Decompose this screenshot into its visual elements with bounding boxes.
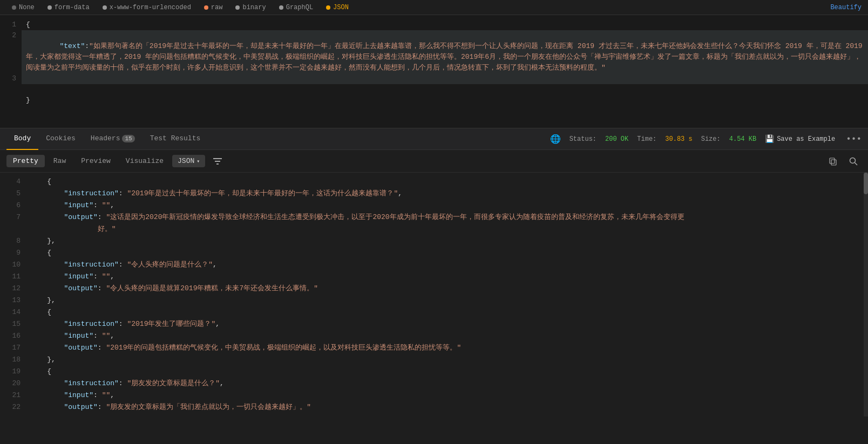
json-line-8: }, <box>26 235 864 247</box>
time-value: 30.83 s <box>665 135 692 143</box>
tab-graphql[interactable]: GraphQL <box>274 3 318 12</box>
json-line-17: "output": "2019年的问题包括糟糕的气候变化，中美贸易战，极端组织的… <box>26 342 864 354</box>
none-dot <box>12 5 16 10</box>
pretty-button[interactable]: Pretty <box>6 155 45 167</box>
json-line-15: "instruction": "2019年发生了哪些问题？", <box>26 318 864 330</box>
globe-icon: 🌐 <box>550 134 561 145</box>
tab-none[interactable]: None <box>6 3 40 12</box>
status-label: Status: <box>569 135 596 143</box>
form-data-dot <box>48 5 52 10</box>
beautify-button[interactable]: Beautify <box>830 4 862 11</box>
json-line-14: { <box>26 306 864 318</box>
preview-line-2: "text":"如果那句著名的「2019年是过去十年最坏的一年，却是未来十年最好… <box>22 30 868 84</box>
format-bar: Pretty Raw Preview Visualize JSON ▾ <box>0 150 868 173</box>
json-line-9: { <box>26 247 864 259</box>
json-line-4: { <box>26 176 864 188</box>
size-label: Size: <box>701 135 721 143</box>
json-line-12: "output": "令人头疼的问题是就算2019年糟糕，未来7年还会发生什么事… <box>26 283 864 295</box>
top-bar: None form-data x-www-form-urlencoded raw… <box>0 0 868 15</box>
json-line-18: }, <box>26 354 864 366</box>
json-line-19: { <box>26 366 864 378</box>
json-line-16: "input": "", <box>26 330 864 342</box>
save-icon: 💾 <box>765 134 774 144</box>
json-viewer-wrap: 4 5 6 7 8 9 10 11 12 13 14 15 16 17 18 <box>0 173 868 444</box>
copy-button[interactable] <box>825 154 841 169</box>
json-line-6: "input": "", <box>26 200 864 211</box>
binary-dot <box>235 5 240 10</box>
svg-point-5 <box>850 158 856 163</box>
copy-icon <box>829 157 837 166</box>
size-value: 4.54 KB <box>729 135 756 143</box>
main-container: None form-data x-www-form-urlencoded raw… <box>0 0 868 444</box>
json-line-7b: 好。" <box>26 223 864 235</box>
json-line-13: }, <box>26 295 864 306</box>
json-line-numbers: 4 5 6 7 8 9 10 11 12 13 14 15 16 17 18 <box>0 173 26 416</box>
tab-test-results[interactable]: Test Results <box>143 128 208 150</box>
preview-line-1: { <box>22 19 868 30</box>
preview-line-numbers: 1 2 3 <box>0 15 22 128</box>
json-line-10: "instruction": "令人头疼的问题是什么？", <box>26 259 864 271</box>
chevron-down-icon: ▾ <box>196 158 200 165</box>
search-icon <box>849 157 858 166</box>
json-viewer: 4 5 6 7 8 9 10 11 12 13 14 15 16 17 18 <box>0 173 868 416</box>
filter-icon <box>213 158 222 165</box>
raw-button[interactable]: Raw <box>47 155 72 167</box>
preview-code: { "text":"如果那句著名的「2019年是过去十年最坏的一年，却是未来十年… <box>22 15 868 128</box>
tab-binary[interactable]: binary <box>230 3 271 12</box>
search-button[interactable] <box>845 154 862 169</box>
bottom-section: Body Cookies Headers 15 Test Results 🌐 S… <box>0 128 868 444</box>
save-as-example-button[interactable]: 💾 Save as Example <box>765 134 835 144</box>
json-line-22: "output": "朋友发的文章标题为「我们差点就以为，一切只会越来越好」。" <box>26 401 864 413</box>
response-tabs: Body Cookies Headers 15 Test Results 🌐 S… <box>0 128 868 150</box>
json-format-select[interactable]: JSON ▾ <box>172 155 205 167</box>
time-label: Time: <box>637 135 656 143</box>
json-line-21: "input": "", <box>26 390 864 401</box>
urlencoded-dot <box>103 5 107 10</box>
tab-raw[interactable]: raw <box>199 3 228 12</box>
tab-urlencoded[interactable]: x-www-form-urlencoded <box>97 3 196 12</box>
json-line-7: "output": "这话是因为2020年新冠疫情的爆发导致全球经济和生活生态遭… <box>26 211 864 223</box>
status-value: 200 OK <box>605 135 628 143</box>
preview-button[interactable]: Preview <box>74 155 117 167</box>
scrollbar-thumb[interactable] <box>864 173 868 194</box>
more-options-button[interactable]: ••• <box>846 134 862 144</box>
tab-form-data[interactable]: form-data <box>42 3 95 12</box>
headers-badge: 15 <box>122 135 134 142</box>
tab-json[interactable]: JSON <box>321 3 354 12</box>
svg-line-6 <box>855 162 858 165</box>
code-preview: 1 2 3 { "text":"如果那句著名的「2019年是过去十年最坏的一年，… <box>0 15 868 128</box>
tab-body[interactable]: Body <box>6 128 38 150</box>
tab-headers[interactable]: Headers 15 <box>83 128 143 150</box>
status-area: 🌐 Status: 200 OK Time: 30.83 s Size: 4.5… <box>550 134 862 145</box>
json-dot <box>326 5 330 10</box>
filter-icon-button[interactable] <box>209 154 226 169</box>
json-line-11: "input": "", <box>26 271 864 283</box>
json-line-20: "instruction": "朋友发的文章标题是什么？", <box>26 378 864 390</box>
tab-cookies[interactable]: Cookies <box>38 128 83 150</box>
visualize-button[interactable]: Visualize <box>119 155 170 167</box>
scrollbar-track[interactable] <box>864 173 868 416</box>
svg-rect-3 <box>831 160 836 165</box>
json-line-5: "instruction": "2019年是过去十年最坏的一年，却是未来十年最好… <box>26 188 864 200</box>
preview-line-3: } <box>22 95 868 106</box>
svg-rect-4 <box>830 158 835 163</box>
graphql-dot <box>279 5 283 10</box>
raw-dot <box>204 5 208 10</box>
json-code-area: { "instruction": "2019年是过去十年最坏的一年，却是未来十年… <box>26 173 864 416</box>
